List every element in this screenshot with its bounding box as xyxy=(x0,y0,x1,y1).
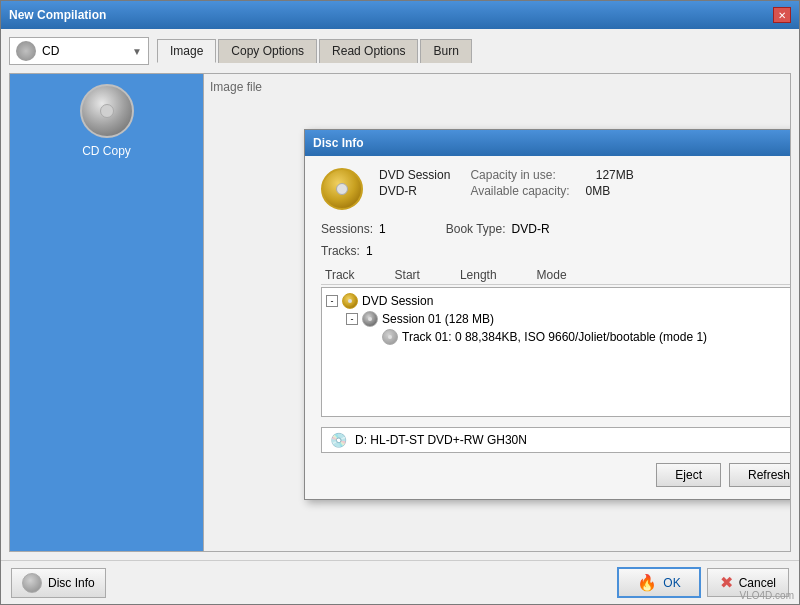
capacity-value: 127MB xyxy=(596,168,634,182)
tab-read-options[interactable]: Read Options xyxy=(319,39,418,63)
dvd-disc-icon xyxy=(321,168,363,210)
info-col-left: DVD Session DVD-R xyxy=(379,168,450,198)
tree-item-session01: - Session 01 (128 MB) xyxy=(346,310,791,328)
cd-icon-large xyxy=(80,84,134,138)
dialog-titlebar: Disc Info ✕ xyxy=(305,130,791,156)
drive-icon: 💿 xyxy=(330,432,347,448)
capacity-col: Capacity in use: 127MB Available capacit… xyxy=(470,168,791,198)
cd-item-label: CD Copy xyxy=(82,144,131,158)
tracks-item: Tracks: 1 xyxy=(321,244,373,258)
top-row: CD ▼ Image Copy Options Read Options Bur… xyxy=(9,37,791,65)
right-panel-header: Image file xyxy=(210,80,784,94)
disc-info-details: DVD Session DVD-R Capacity in use: 127MB xyxy=(379,168,791,198)
track-header: Track Start Length Mode xyxy=(321,266,791,285)
cancel-bottom-label: Cancel xyxy=(739,576,776,590)
disc-info-dialog: Disc Info ✕ DVD Session DVD-R xyxy=(304,129,791,500)
tabs-area: Image Copy Options Read Options Burn xyxy=(157,39,472,63)
col-mode: Mode xyxy=(537,268,567,282)
close-button[interactable]: ✕ xyxy=(773,7,791,23)
ok-bottom-label: OK xyxy=(663,576,680,590)
sessions-value: 1 xyxy=(379,222,386,236)
tree-item-dvd-session: - DVD Session xyxy=(326,292,791,310)
title-bar-controls: ✕ xyxy=(773,7,791,23)
disc-info-bottom-button[interactable]: Disc Info xyxy=(11,568,106,598)
tracks-row: Tracks: 1 xyxy=(321,244,791,258)
available-value: 0MB xyxy=(586,184,611,198)
dialog-body: DVD Session DVD-R Capacity in use: 127MB xyxy=(305,156,791,499)
sessions-label: Sessions: xyxy=(321,222,373,236)
disc-info-bottom-icon xyxy=(22,573,42,593)
window-title: New Compilation xyxy=(9,8,106,22)
window-body: CD ▼ Image Copy Options Read Options Bur… xyxy=(1,29,799,560)
cd-dropdown-label: CD xyxy=(42,44,59,58)
available-label: Available capacity: xyxy=(470,184,569,198)
right-panel: Image file Disc Info ✕ xyxy=(204,73,791,552)
disc-info-bottom-label: Disc Info xyxy=(48,576,95,590)
col-start: Start xyxy=(395,268,420,282)
dvd-session-icon xyxy=(342,293,358,309)
watermark: VLO4D.com xyxy=(740,590,794,601)
cancel-icon: ✖ xyxy=(720,573,733,592)
track-tree: - DVD Session - Session 01 (128 MB) xyxy=(321,287,791,417)
track-label: Track 01: 0 88,384KB, ISO 9660/Joliet/bo… xyxy=(402,330,707,344)
drive-dropdown[interactable]: 💿 D: HL-DT-ST DVD+-RW GH30N ▼ xyxy=(321,427,791,453)
drive-label: D: HL-DT-ST DVD+-RW GH30N xyxy=(355,433,527,447)
tree-item-track01: Track 01: 0 88,384KB, ISO 9660/Joliet/bo… xyxy=(366,328,791,346)
bottom-bar: Disc Info 🔥 OK ✖ Cancel VLO4D.com xyxy=(1,560,799,604)
dialog-buttons: Eject Refresh OK xyxy=(321,463,791,487)
drive-dropdown-left: 💿 D: HL-DT-ST DVD+-RW GH30N xyxy=(330,432,527,448)
sessions-row: Sessions: 1 Book Type: DVD-R xyxy=(321,222,791,236)
cd-dropdown[interactable]: CD ▼ xyxy=(9,37,149,65)
tree-expand-dvd[interactable]: - xyxy=(326,295,338,307)
tracks-label: Tracks: xyxy=(321,244,360,258)
tree-expand-session[interactable]: - xyxy=(346,313,358,325)
tab-burn[interactable]: Burn xyxy=(420,39,471,63)
book-type-item: Book Type: DVD-R xyxy=(446,222,550,236)
col-length: Length xyxy=(460,268,497,282)
book-type-label: Book Type: xyxy=(446,222,506,236)
content-area: CD Copy Image file Disc Info ✕ xyxy=(9,73,791,552)
disc-format: DVD-R xyxy=(379,184,450,198)
cd-item[interactable]: CD Copy xyxy=(80,84,134,158)
ok-icon: 🔥 xyxy=(637,573,657,592)
track-icon xyxy=(382,329,398,345)
col-track: Track xyxy=(325,268,355,282)
dialog-info-row: DVD Session DVD-R Capacity in use: 127MB xyxy=(321,168,791,210)
session-icon xyxy=(362,311,378,327)
tracks-value: 1 xyxy=(366,244,373,258)
ok-bottom-button[interactable]: 🔥 OK xyxy=(617,567,700,598)
disc-type: DVD Session xyxy=(379,168,450,182)
cd-dropdown-arrow: ▼ xyxy=(132,46,142,57)
dvd-session-label: DVD Session xyxy=(362,294,433,308)
session-label: Session 01 (128 MB) xyxy=(382,312,494,326)
dialog-title: Disc Info xyxy=(313,136,364,150)
tab-copy-options[interactable]: Copy Options xyxy=(218,39,317,63)
capacity-label: Capacity in use: xyxy=(470,168,555,182)
left-panel: CD Copy xyxy=(9,73,204,552)
main-window: New Compilation ✕ CD ▼ Image Copy Option… xyxy=(0,0,800,605)
eject-button[interactable]: Eject xyxy=(656,463,721,487)
tab-image[interactable]: Image xyxy=(157,39,216,63)
refresh-button[interactable]: Refresh xyxy=(729,463,791,487)
cd-dropdown-icon xyxy=(16,41,36,61)
title-bar: New Compilation ✕ xyxy=(1,1,799,29)
sessions-item: Sessions: 1 xyxy=(321,222,386,236)
book-type-value: DVD-R xyxy=(512,222,550,236)
